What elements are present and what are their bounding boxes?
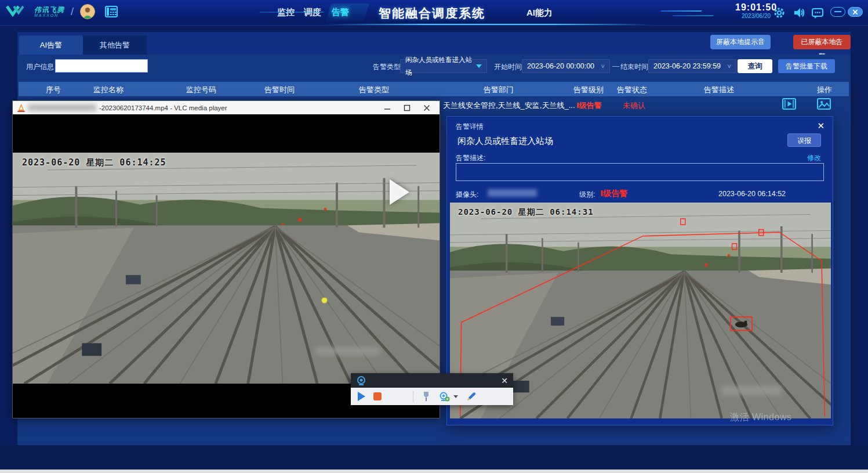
col-alarm-time: 告警时间 [264, 85, 295, 95]
recorder-controls [351, 388, 513, 405]
right-video-timestamp: 2023-06-20 星期二 06:14:31 [458, 207, 594, 218]
yellow-marker-dot [322, 298, 327, 303]
user-avatar[interactable] [80, 4, 95, 19]
query-button[interactable]: 查询 [738, 59, 772, 73]
start-time-value: 2023-06-20 00:00:00 [527, 60, 594, 73]
cell-status: 未确认 [623, 100, 645, 111]
tab-ai-alarm[interactable]: AI告警 [19, 35, 83, 55]
vlc-title-bar[interactable]: -20230620173744.mp4 - VLC media player [13, 101, 440, 114]
detail-close-icon[interactable]: ✕ [817, 121, 825, 131]
start-time-label: 开始时间 [494, 62, 522, 72]
modify-link[interactable]: 修改 [807, 153, 821, 163]
range-separator: — [612, 62, 619, 70]
start-time-picker[interactable]: 2023-06-20 00:00:00 ˅ [522, 59, 610, 73]
video-play-overlay-icon[interactable] [390, 179, 409, 205]
alarm-type-select[interactable]: 闲杂人员或牲畜进入站场 [400, 59, 487, 73]
brand-divider: / [71, 6, 74, 18]
minimize-window-button[interactable] [830, 7, 845, 17]
avatar-icon [81, 5, 95, 19]
recorder-close-icon[interactable]: ✕ [501, 376, 508, 385]
clock-time: 19:01:50 [735, 2, 777, 13]
logo-en: MAXXON [34, 13, 64, 17]
level-value: Ⅰ级告警 [600, 189, 627, 199]
vlc-close-icon[interactable] [423, 104, 430, 111]
title-decor-right1 [660, 10, 702, 12]
user-info-label: 用户信息 [26, 62, 54, 72]
col-actions: 操作 [817, 85, 832, 95]
tab-other-alarm[interactable]: 其他告警 [83, 35, 147, 55]
col-seq: 序号 [46, 85, 61, 95]
company-logo-icon [6, 3, 32, 20]
alarm-table-header: 序号 监控名称 监控号码 告警时间 告警类型 告警部门 告警级别 告警状态 告警… [19, 82, 849, 96]
windows-activate-watermark: 激活 Windows [730, 411, 791, 424]
logo-text: 伟讯飞腾 MAXXON [34, 6, 64, 17]
detail-alarm-name: 闲杂人员或牲畜进入站场 [457, 136, 553, 147]
phone-terminal-icon[interactable] [104, 5, 119, 19]
logo-cn: 伟讯飞腾 [34, 6, 64, 13]
col-alarm-status: 告警状态 [617, 85, 647, 95]
filter-row: 用户信息 告警类型 闲杂人员或牲畜进入站场 开始时间 2023-06-20 00… [17, 58, 851, 75]
blurred-filename-prefix [28, 104, 96, 111]
false-report-button[interactable]: 误报 [787, 133, 821, 147]
vlc-maximize-icon[interactable] [404, 104, 411, 111]
end-time-picker[interactable]: 2023-06-20 23:59:59 ˅ [648, 59, 736, 73]
recorder-title-bar[interactable]: ✕ [351, 373, 513, 388]
vlc-player-window[interactable]: -20230620173744.mp4 - VLC media player [13, 101, 440, 418]
clock: 19:01:50 2023/06/20 [735, 2, 777, 19]
nav-ai-capability[interactable]: AI能力 [526, 8, 553, 19]
vlc-window-controls [384, 104, 435, 111]
title-underline [325, 24, 652, 25]
speaker-icon[interactable] [793, 6, 805, 19]
col-alarm-desc: 告警描述 [704, 85, 734, 95]
col-monitor-name: 监控名称 [93, 85, 124, 95]
app-title: 智能融合调度系统 [345, 5, 519, 21]
alarm-desc-textarea[interactable] [456, 163, 824, 181]
batch-download-button[interactable]: 告警批量下载 [778, 59, 835, 73]
clock-date: 2023/06/20 [735, 13, 777, 19]
left-video-timestamp: 2023-06-20 星期二 06:14:25 [22, 157, 166, 168]
vlc-video-area[interactable]: 2023-06-20 星期二 06:14:25 [13, 114, 440, 418]
pin-marker-icon[interactable] [422, 391, 431, 402]
close-window-button[interactable] [848, 7, 863, 17]
col-monitor-number: 监控号码 [186, 85, 216, 95]
record-stop-button[interactable] [373, 392, 382, 400]
brand: 伟讯飞腾 MAXXON / [6, 3, 119, 20]
camera-capture-group [439, 392, 458, 402]
cell-level: Ⅰ级告警 [576, 100, 602, 111]
taskbar-sliver [0, 470, 868, 473]
webcam-icon [356, 376, 366, 385]
capture-dropdown-caret[interactable] [453, 395, 458, 398]
alarm-desc-label: 告警描述: [456, 153, 485, 163]
camera-add-icon[interactable] [439, 392, 450, 402]
detail-alarm-time: 2023-06-20 06:14:52 [718, 190, 786, 198]
table-scrollbar[interactable] [851, 83, 857, 443]
recorder-toolbar[interactable]: ✕ [351, 373, 513, 405]
vlc-window-title: -20230620173744.mp4 - VLC media player [99, 104, 227, 111]
play-video-action-icon[interactable] [782, 98, 796, 110]
title-decor-right2 [672, 15, 714, 16]
user-info-input[interactable] [55, 59, 148, 73]
outer-frame-band [0, 445, 868, 470]
level-label: 级别: [579, 190, 595, 200]
end-time-label: 结束时间 [620, 62, 648, 72]
muted-local-alarm-button[interactable]: 已屏蔽本地告警 [793, 35, 851, 49]
end-time-value: 2023-06-20 23:59:59 [653, 60, 721, 73]
detail-info-row: 摄像头: 级别: Ⅰ级告警 2023-06-20 06:14:52 [447, 190, 833, 200]
view-image-action-icon[interactable] [817, 98, 831, 110]
close-x-icon [848, 8, 862, 17]
col-alarm-level: 告警级别 [573, 85, 604, 95]
mute-local-tone-button[interactable]: 屏蔽本地提示音 [710, 35, 771, 49]
vlc-cone-icon [17, 104, 25, 112]
vlc-minimize-icon[interactable] [384, 104, 391, 111]
blurred-station-watermark [315, 346, 380, 355]
alarm-type-label: 告警类型 [373, 62, 401, 72]
message-icon[interactable] [811, 6, 824, 19]
pencil-annotate-icon[interactable] [466, 392, 476, 402]
settings-gear-icon[interactable] [773, 6, 786, 19]
record-play-button[interactable] [358, 392, 365, 401]
detail-panel-title: 告警详情 [456, 122, 484, 132]
camera-label: 摄像头: [456, 190, 478, 200]
title-decor-left [259, 12, 324, 13]
col-alarm-department: 告警部门 [484, 85, 514, 95]
blurred-station-watermark-right [721, 386, 782, 395]
